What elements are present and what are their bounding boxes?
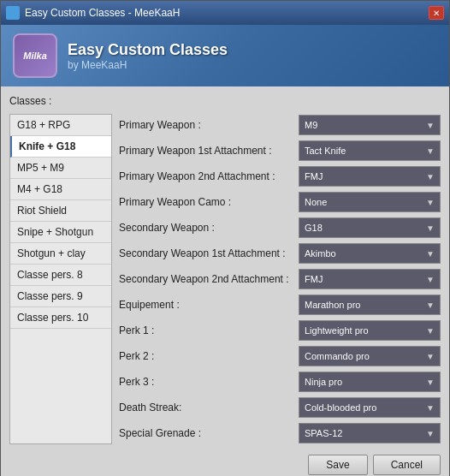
setting-row: Primary Weapon :M9▼ [119, 114, 441, 136]
setting-label: Perk 1 : [119, 324, 299, 336]
chevron-down-icon: ▼ [426, 352, 435, 361]
classes-label: Classes : [9, 95, 441, 107]
setting-label: Death Streak: [119, 402, 299, 414]
save-button[interactable]: Save [308, 455, 367, 475]
chevron-down-icon: ▼ [426, 378, 435, 387]
setting-row: Secondary Weapon 2nd Attachment :FMJ▼ [119, 268, 441, 290]
chevron-down-icon: ▼ [426, 326, 435, 336]
class-list-item[interactable]: Classe pers. 9 [10, 286, 111, 307]
setting-dropdown[interactable]: Marathon pro▼ [299, 295, 441, 315]
setting-row: Secondary Weapon :G18▼ [119, 217, 441, 239]
setting-label: Secondary Weapon 1st Attachment : [119, 247, 299, 259]
chevron-down-icon: ▼ [426, 249, 435, 259]
chevron-down-icon: ▼ [426, 429, 435, 438]
chevron-down-icon: ▼ [426, 198, 435, 207]
setting-label: Equipement : [119, 299, 299, 311]
milka-text: Milka [23, 51, 47, 61]
setting-value: Akimbo [305, 248, 336, 259]
setting-value: FMJ [305, 274, 323, 284]
main-content: Classes : G18 + RPGKnife + G18MP5 + M9M4… [1, 86, 449, 476]
setting-label: Primary Weapon Camo : [119, 196, 299, 208]
setting-row: Death Streak:Cold-blooded pro▼ [119, 396, 441, 419]
class-list-item[interactable]: M4 + G18 [10, 179, 111, 200]
chevron-down-icon: ▼ [426, 403, 435, 413]
window-title: Easy Custom Classes - MeeKaaH [25, 7, 180, 19]
setting-label: Primary Weapon 2nd Attachment : [119, 170, 299, 182]
setting-dropdown[interactable]: Akimbo▼ [299, 243, 441, 264]
class-list: G18 + RPGKnife + G18MP5 + M9M4 + G18Riot… [9, 114, 112, 444]
setting-label: Perk 3 : [119, 376, 299, 388]
setting-row: Perk 3 :Ninja pro▼ [119, 371, 441, 393]
title-bar-left: Easy Custom Classes - MeeKaaH [6, 6, 180, 20]
title-bar: Easy Custom Classes - MeeKaaH ✕ [1, 1, 449, 25]
setting-value: Ninja pro [305, 377, 342, 387]
setting-label: Secondary Weapon : [119, 222, 299, 234]
setting-value: M9 [305, 120, 317, 130]
setting-row: Primary Weapon 2nd Attachment :FMJ▼ [119, 165, 441, 187]
app-icon [6, 6, 20, 20]
setting-value: Marathon pro [305, 300, 360, 310]
setting-row: Secondary Weapon 1st Attachment :Akimbo▼ [119, 242, 441, 265]
setting-label: Primary Weapon : [119, 119, 299, 131]
setting-dropdown[interactable]: None▼ [299, 192, 441, 212]
setting-row: Primary Weapon Camo :None▼ [119, 191, 441, 213]
setting-dropdown[interactable]: Cold-blooded pro▼ [299, 397, 441, 418]
setting-label: Perk 2 : [119, 350, 299, 362]
setting-value: Lightweight pro [305, 325, 369, 336]
class-list-item[interactable]: G18 + RPG [10, 115, 111, 136]
setting-dropdown[interactable]: Lightweight pro▼ [299, 320, 441, 341]
setting-label: Special Grenade : [119, 427, 299, 439]
chevron-down-icon: ▼ [426, 172, 435, 181]
chevron-down-icon: ▼ [426, 121, 435, 130]
class-list-item[interactable]: MP5 + M9 [10, 158, 111, 179]
setting-row: Perk 2 :Commando pro▼ [119, 345, 441, 367]
content-area: G18 + RPGKnife + G18MP5 + M9M4 + G18Riot… [9, 114, 441, 444]
app-title: Easy Custom Classes [68, 41, 228, 59]
setting-row: Equipement :Marathon pro▼ [119, 294, 441, 316]
setting-dropdown[interactable]: M9▼ [299, 115, 441, 135]
chevron-down-icon: ▼ [426, 146, 435, 156]
chevron-down-icon: ▼ [426, 223, 435, 233]
setting-row: Special Grenade :SPAS-12▼ [119, 422, 441, 444]
setting-dropdown[interactable]: FMJ▼ [299, 166, 441, 187]
app-subtitle: by MeeKaaH [68, 59, 228, 71]
settings-panel: Primary Weapon :M9▼Primary Weapon 1st At… [119, 114, 441, 444]
class-list-item[interactable]: Knife + G18 [10, 136, 111, 158]
class-list-item[interactable]: Classe pers. 10 [10, 307, 111, 329]
setting-value: Tact Knife [305, 146, 346, 156]
setting-value: Commando pro [305, 351, 370, 361]
svg-rect-0 [8, 8, 18, 18]
setting-label: Primary Weapon 1st Attachment : [119, 145, 299, 157]
setting-row: Perk 1 :Lightweight pro▼ [119, 319, 441, 342]
milka-logo: Milka [13, 33, 57, 78]
setting-value: FMJ [305, 171, 323, 181]
setting-dropdown[interactable]: Commando pro▼ [299, 346, 441, 366]
setting-dropdown[interactable]: Ninja pro▼ [299, 372, 441, 392]
class-list-item[interactable]: Classe pers. 8 [10, 265, 111, 286]
setting-dropdown[interactable]: Tact Knife▼ [299, 140, 441, 161]
cancel-button[interactable]: Cancel [373, 455, 441, 475]
main-window: Easy Custom Classes - MeeKaaH ✕ Milka Ea… [0, 0, 450, 476]
setting-value: Cold-blooded pro [305, 402, 376, 413]
setting-dropdown[interactable]: FMJ▼ [299, 269, 441, 289]
setting-value: SPAS-12 [305, 428, 342, 438]
setting-dropdown[interactable]: SPAS-12▼ [299, 423, 441, 443]
app-header: Milka Easy Custom Classes by MeeKaaH [1, 25, 449, 86]
close-button[interactable]: ✕ [429, 6, 444, 20]
class-list-item[interactable]: Shotgun + clay [10, 243, 111, 265]
chevron-down-icon: ▼ [426, 300, 435, 310]
class-list-item[interactable]: Riot Shield [10, 200, 111, 222]
app-title-area: Easy Custom Classes by MeeKaaH [68, 41, 228, 71]
chevron-down-icon: ▼ [426, 275, 435, 284]
setting-value: G18 [305, 223, 323, 233]
setting-label: Secondary Weapon 2nd Attachment : [119, 273, 299, 285]
setting-dropdown[interactable]: G18▼ [299, 217, 441, 238]
class-list-item[interactable]: Snipe + Shotgun [10, 222, 111, 243]
setting-value: None [305, 197, 327, 207]
bottom-buttons: Save Cancel [9, 451, 441, 475]
setting-row: Primary Weapon 1st Attachment :Tact Knif… [119, 140, 441, 162]
